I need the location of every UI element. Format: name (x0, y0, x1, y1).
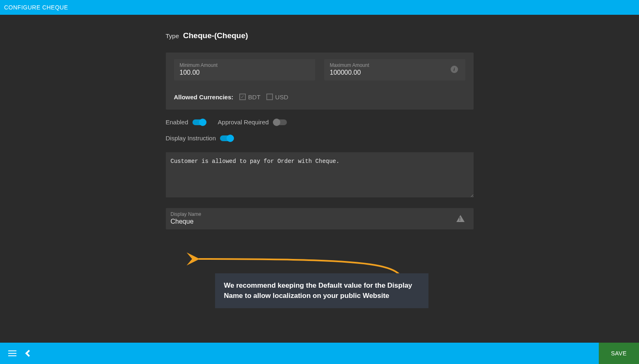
warning-icon (456, 215, 465, 222)
instruction-textarea[interactable] (166, 152, 474, 197)
display-name-value: Cheque (171, 218, 456, 225)
menu-button[interactable] (4, 343, 21, 364)
form-wrap: Type Cheque-(Cheque) Minimum Amount 100.… (166, 31, 474, 229)
approval-toggle[interactable] (273, 119, 287, 125)
minimum-amount-value: 100.00 (180, 69, 309, 76)
approval-toggle-item: Approval Required (218, 119, 287, 126)
currency-option-usd[interactable]: USD (266, 94, 289, 101)
allowed-currencies-row: Allowed Currencies: BDT USD (174, 94, 465, 101)
allowed-currencies-label: Allowed Currencies: (174, 94, 234, 101)
maximum-amount-field[interactable]: Maximum Amount 100000.00 i (324, 59, 465, 80)
back-button[interactable] (21, 343, 37, 364)
chevron-left-icon (25, 350, 32, 357)
page-title: CONFIGURE CHEQUE (4, 4, 68, 11)
display-instruction-toggle[interactable] (220, 135, 234, 141)
hamburger-icon (8, 350, 16, 356)
display-name-label: Display Name (171, 211, 456, 217)
checkbox-usd[interactable] (266, 94, 273, 100)
checkbox-bdt[interactable] (239, 94, 246, 100)
display-instruction-item: Display Instruction (166, 135, 234, 142)
display-instruction-row: Display Instruction (166, 135, 474, 142)
amount-row: Minimum Amount 100.00 Maximum Amount 100… (174, 59, 465, 80)
display-name-field[interactable]: Display Name Cheque (166, 208, 474, 229)
approval-label: Approval Required (218, 119, 269, 126)
bottom-bar: SAVE (0, 343, 639, 364)
content-area: Type Cheque-(Cheque) Minimum Amount 100.… (0, 15, 639, 343)
currency-option-bdt[interactable]: BDT (239, 94, 261, 101)
top-bar: CONFIGURE CHEQUE (0, 0, 639, 15)
maximum-amount-label: Maximum Amount (330, 62, 447, 68)
minimum-amount-label: Minimum Amount (180, 62, 309, 68)
display-instruction-label: Display Instruction (166, 135, 216, 142)
enable-approval-row: Enabled Approval Required (166, 119, 474, 126)
minimum-amount-field[interactable]: Minimum Amount 100.00 (174, 59, 315, 80)
type-value: Cheque-(Cheque) (183, 31, 248, 40)
callout-text: We recommend keeping the Default value f… (224, 282, 412, 300)
currency-label-usd: USD (275, 94, 289, 101)
info-icon[interactable]: i (451, 66, 458, 73)
save-button[interactable]: SAVE (599, 343, 639, 364)
recommendation-callout: We recommend keeping the Default value f… (215, 273, 428, 308)
currency-label-bdt: BDT (248, 94, 261, 101)
enabled-label: Enabled (166, 119, 188, 126)
enabled-toggle[interactable] (192, 119, 206, 125)
maximum-amount-value: 100000.00 (330, 69, 447, 76)
type-label: Type (166, 32, 179, 39)
save-label: SAVE (611, 350, 627, 357)
enabled-toggle-item: Enabled (166, 119, 206, 126)
type-row: Type Cheque-(Cheque) (166, 31, 474, 40)
amount-card: Minimum Amount 100.00 Maximum Amount 100… (166, 53, 474, 110)
